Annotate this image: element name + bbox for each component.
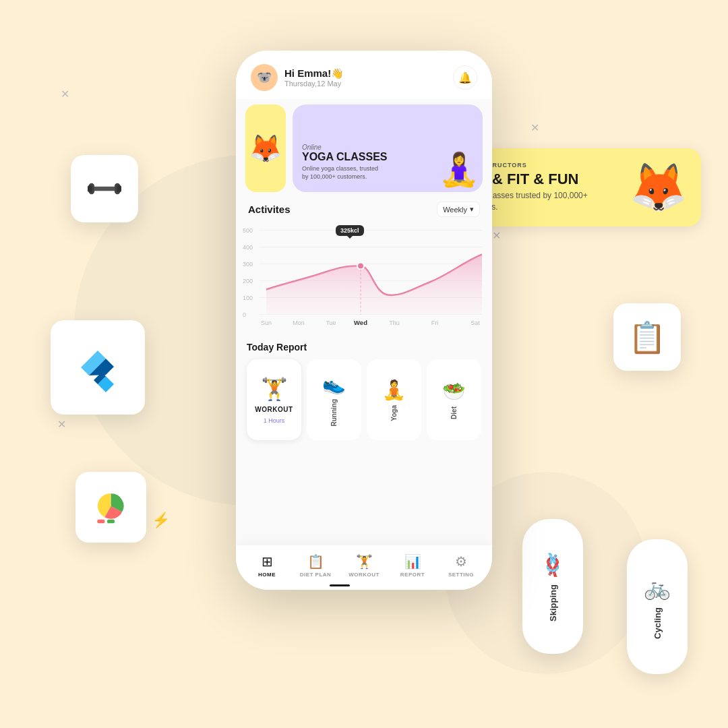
svg-rect-3 <box>88 185 92 192</box>
greeting-name: Hi Emma!👋 <box>284 67 344 80</box>
activity-chart: 500 400 300 200 100 0 <box>243 220 485 332</box>
workout-emoji: 🏋️ <box>261 376 288 402</box>
banner-carousel: 🦊 Online YOGA CLASSES Online yoga classe… <box>236 104 492 192</box>
svg-text:Wed: Wed <box>354 319 367 326</box>
weekly-filter[interactable]: Weekly ▾ <box>437 202 480 217</box>
report-cards: 🏋️ WORKOUT 1 Hours 👟 Running 🧘 Yoga <box>247 359 481 440</box>
deco-cross-3: ✕ <box>57 418 66 431</box>
yoga-label: Yoga <box>390 405 398 421</box>
lightning-icon: ⚡ <box>152 512 170 529</box>
svg-text:200: 200 <box>243 278 253 284</box>
activities-header: Activites Weekly ▾ <box>236 192 492 217</box>
svg-rect-11 <box>107 520 115 524</box>
float-card-clipboard: 📋 <box>613 303 681 371</box>
float-card-flutter <box>51 320 145 415</box>
svg-point-24 <box>357 263 364 270</box>
banner-purple[interactable]: Online YOGA CLASSES Online yoga classes,… <box>293 104 483 192</box>
banner-title: YOGA CLASSES <box>302 151 388 163</box>
svg-rect-0 <box>90 187 119 191</box>
running-label: Running <box>330 399 338 427</box>
svg-text:100: 100 <box>243 295 253 301</box>
float-card-dumbbell <box>71 155 138 222</box>
svg-text:Sat: Sat <box>471 320 480 326</box>
nav-diet-label: DIET PLAN <box>300 572 332 578</box>
pill-card-cycling: 🚲 Cycling <box>627 539 688 674</box>
workout-nav-icon: 🏋 <box>356 553 373 570</box>
banner-yoga-emoji: 🧘‍♀️ <box>439 151 479 189</box>
nav-setting[interactable]: ⚙ SETTING <box>443 553 480 578</box>
deco-cross-2: ✕ <box>492 229 501 242</box>
skipping-label: Skipping <box>548 584 558 621</box>
svg-text:300: 300 <box>243 261 253 268</box>
diet-label: Diet <box>450 406 458 419</box>
chevron-down-icon: ▾ <box>470 205 474 214</box>
svg-text:Thu: Thu <box>389 320 400 326</box>
banner-desc: Online yoga classes, trustedby 100,000+ … <box>302 164 388 181</box>
report-card-workout[interactable]: 🏋️ WORKOUT 1 Hours <box>247 359 301 440</box>
banner-content: Online YOGA CLASSES Online yoga classes,… <box>302 144 388 181</box>
nav-diet-plan[interactable]: 📋 DIET PLAN <box>297 553 334 578</box>
running-emoji: 👟 <box>322 373 346 395</box>
nav-report-label: REPORT <box>400 572 425 578</box>
today-report: Today Report 🏋️ WORKOUT 1 Hours 👟 Runnin… <box>236 335 492 440</box>
chart-area: 325kcl 500 400 300 200 100 0 <box>236 217 492 335</box>
home-icon: ⊞ <box>262 553 273 570</box>
pill-card-skipping: 🪢 Skipping <box>522 519 583 654</box>
greeting-block: Hi Emma!👋 Thursday,12 May <box>284 67 344 88</box>
report-card-yoga[interactable]: 🧘 Yoga <box>367 359 421 440</box>
pie-chart-icon <box>92 489 129 526</box>
flutter-icon <box>71 340 125 394</box>
skipping-emoji: 🪢 <box>539 552 566 578</box>
user-avatar: 🐨 <box>251 64 278 91</box>
svg-text:Mon: Mon <box>293 320 305 326</box>
phone-wrapper: 🐨 Hi Emma!👋 Thursday,12 May 🔔 🦊 Online <box>236 51 492 590</box>
nav-active-indicator <box>330 584 350 586</box>
svg-text:400: 400 <box>243 244 253 251</box>
svg-rect-10 <box>97 520 104 524</box>
svg-text:Sun: Sun <box>261 320 272 326</box>
nav-home-label: HOME <box>258 572 276 578</box>
deco-cross-1: ✕ <box>61 88 69 100</box>
promo-mascot: 🦊 <box>629 164 688 211</box>
greeting-date: Thursday,12 May <box>284 80 344 88</box>
nav-home[interactable]: ⊞ HOME <box>249 553 286 578</box>
clipboard-emoji: 📋 <box>628 320 666 355</box>
nav-setting-label: SETTING <box>448 572 474 578</box>
yoga-emoji: 🧘 <box>382 379 406 401</box>
banner-yellow-small: 🦊 <box>245 104 286 192</box>
bottom-nav: ⊞ HOME 📋 DIET PLAN 🏋 WORKOUT 📊 REPORT <box>236 545 492 590</box>
cycling-emoji: 🚲 <box>644 575 671 601</box>
nav-workout-label: WORKOUT <box>348 572 380 578</box>
dumbbell-icon <box>88 172 121 206</box>
diet-emoji: 🥗 <box>442 380 466 402</box>
phone-mockup: 🐨 Hi Emma!👋 Thursday,12 May 🔔 🦊 Online <box>236 51 492 590</box>
report-title: Today Report <box>247 342 481 353</box>
svg-rect-4 <box>117 185 121 192</box>
weekly-label: Weekly <box>443 206 467 214</box>
setting-icon: ⚙ <box>455 553 467 570</box>
report-card-running[interactable]: 👟 Running <box>307 359 361 440</box>
diet-plan-icon: 📋 <box>307 553 324 570</box>
svg-text:500: 500 <box>243 227 253 234</box>
report-card-diet[interactable]: 🥗 Diet <box>427 359 481 440</box>
banner-subtitle: Online <box>302 144 388 151</box>
float-card-chart <box>75 472 146 543</box>
deco-cross-4: ✕ <box>530 121 539 134</box>
nav-workout[interactable]: 🏋 WORKOUT <box>346 553 383 578</box>
cycling-label: Cycling <box>653 607 663 639</box>
svg-text:Tue: Tue <box>326 320 336 326</box>
header-left: 🐨 Hi Emma!👋 Thursday,12 May <box>251 64 344 91</box>
workout-label: WORKOUT <box>255 406 293 413</box>
report-icon: 📊 <box>404 553 421 570</box>
svg-text:Fri: Fri <box>431 320 439 326</box>
notification-button[interactable]: 🔔 <box>453 65 477 90</box>
activities-title: Activites <box>248 204 291 215</box>
phone-header: 🐨 Hi Emma!👋 Thursday,12 May 🔔 <box>236 51 492 99</box>
nav-report[interactable]: 📊 REPORT <box>394 553 431 578</box>
chart-tooltip: 325kcl <box>336 225 364 236</box>
phone-screen: 🐨 Hi Emma!👋 Thursday,12 May 🔔 🦊 Online <box>236 51 492 590</box>
workout-sub: 1 Hours <box>264 417 285 424</box>
svg-text:0: 0 <box>243 311 246 318</box>
